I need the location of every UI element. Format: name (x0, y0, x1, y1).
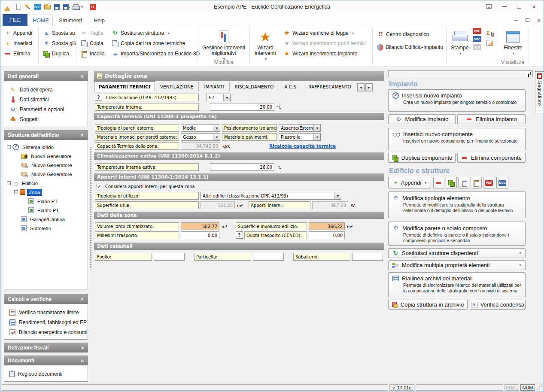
resize-grip[interactable] (536, 384, 542, 391)
bilancio-edificio-button[interactable]: Bilancio Edificio-Impianto (375, 41, 445, 54)
combo-arrow-icon[interactable] (213, 134, 220, 140)
pavimenti-combo[interactable]: Piastrelle (279, 133, 321, 141)
finestre-button[interactable]: Finestre ▼ (500, 28, 526, 56)
export-doc-icon[interactable]: DOC (473, 36, 481, 42)
tree-item-sottotetto[interactable]: Sottotetto (4, 224, 88, 233)
verifica-condensa-button[interactable]: ×Verifica condensa (470, 300, 526, 310)
wizard-interventi-button[interactable]: ★ Wizard interventi ▼ (251, 28, 280, 62)
save-as-icon[interactable] (61, 3, 70, 11)
modifica-parete-button[interactable]: ⚙Modifica parete o solaio composto Perme… (388, 222, 526, 246)
elimina-elemento-button[interactable] (433, 177, 444, 188)
sidebar-item-rendimenti[interactable]: Rendimenti, fabbisogni ed EP (4, 317, 88, 327)
help-icon[interactable]: ? (95, 94, 102, 101)
appendi-dropdown-button[interactable]: + Appendi ▼ (388, 177, 431, 188)
tab-help[interactable]: Help (89, 15, 109, 26)
tree-item-piano-pt[interactable]: Piano PT (4, 197, 88, 206)
taglia-button[interactable]: ✂Taglia (79, 28, 107, 38)
esporta-doc-button[interactable]: DOC (496, 177, 508, 188)
close-button[interactable]: × (528, 0, 541, 12)
tree-collapse-icon[interactable] (14, 190, 18, 194)
tab-ventilazione[interactable]: VENTILAZIONE (155, 82, 199, 91)
tree-collapse-icon[interactable] (7, 181, 11, 185)
sce-icon[interactable]: SCE (33, 3, 42, 11)
combo-arrow-icon[interactable] (313, 134, 320, 140)
tree-item-pianto-p1[interactable]: Pianto P1 (4, 206, 88, 215)
pin-icon[interactable] (526, 71, 531, 77)
temp-estiva-input[interactable]: 26,00 (210, 163, 274, 171)
incolla-elemento-button[interactable] (471, 177, 482, 188)
tab-file[interactable]: FILE (3, 14, 27, 26)
tipologia-pareti-combo[interactable]: Medie (181, 124, 220, 132)
sposta-giu-button[interactable]: ▼Sposta giù (41, 38, 79, 49)
ribbon-pin-button[interactable] (482, 0, 495, 12)
incolla-button[interactable]: Incolla (79, 49, 107, 59)
wizard-verifiche-button[interactable]: ★Wizard verifiche di legge▼ (281, 28, 368, 38)
inserisci-componente-button[interactable]: Inserisci nuovo componente Inserisci un … (388, 128, 526, 150)
print-icon[interactable] (71, 3, 80, 11)
inserisci-impianto-button[interactable]: Inserisci nuovo impianto Crea un nuovo i… (388, 89, 526, 112)
mdi-close-button[interactable]: × (534, 16, 544, 24)
tab-scroll-left-button[interactable]: ◀ (357, 83, 365, 91)
importa-euclide3d-button[interactable]: ☁Importa/Sincronizza da Euclide 3D (109, 49, 202, 59)
export-pdf-icon[interactable]: PDF (473, 28, 481, 34)
foglio-input[interactable] (154, 253, 185, 261)
millesimi-input[interactable]: 0,00 (181, 231, 219, 239)
stampe-button[interactable]: Stampe ▼ (448, 28, 472, 56)
intonaci-combo[interactable]: Gesso (181, 133, 220, 141)
new-document-icon[interactable] (14, 3, 23, 11)
wizard-icon[interactable] (24, 3, 32, 11)
segnalibro-tab[interactable]: Segnalibro (535, 71, 544, 113)
tab-strumenti[interactable]: Strumenti (55, 15, 86, 26)
panel-header-documenti[interactable]: Documenti « (4, 356, 88, 365)
sidebar-item-parametri[interactable]: ⚙Parametri e opzioni (4, 104, 88, 114)
sostituisci-disperdenti-button[interactable]: ↻ Sostituisci strutture disperdenti ▼ (388, 248, 526, 258)
panel-header-detrazioni[interactable]: Detrazioni fiscali « (4, 343, 88, 352)
tree-item-garage[interactable]: Garage/Cantina (4, 215, 88, 224)
tab-acs[interactable]: A.C.S. (279, 82, 303, 91)
export-xls-icon[interactable]: XLS (473, 44, 481, 50)
quota-input[interactable]: 0,00 (309, 231, 345, 239)
centro-diagnostico-button[interactable]: ƱCentro diagnostico (375, 28, 445, 41)
sidebar-item-dati-climatici[interactable]: Dati climatici (4, 94, 88, 104)
wizard-impianto-button[interactable]: ★Wizard inserimento impianto (281, 49, 368, 59)
maximize-button[interactable] (513, 0, 526, 12)
duplica-elemento-button[interactable] (446, 177, 457, 188)
tab-parametri-termici[interactable]: PARAMETRI TERMICI (94, 81, 155, 91)
subalterni-input[interactable] (352, 253, 383, 261)
sidebar-item-verifica-trasmittanze[interactable]: Verifica trasmittanze limite (4, 307, 88, 317)
tree-item-generatore-3[interactable]: Nuovo Generatore (4, 170, 88, 179)
considera-checkbox[interactable]: ✓ (97, 184, 102, 189)
panel-header-struttura[interactable]: Struttura dell'edificio « (4, 131, 88, 140)
wizard-ponti-termici-button[interactable]: ★Wizard inserimento ponti termici (281, 38, 368, 49)
tab-home[interactable]: HOME (29, 15, 53, 26)
volume-input[interactable]: 582,77 (181, 222, 219, 230)
sostituisci-strutture-button[interactable]: ↻Sostituisci strutture▼ (109, 28, 202, 38)
ricalcola-link[interactable]: Ricalcola capacità termica (269, 143, 336, 149)
chart-icon[interactable] (486, 40, 493, 46)
sidebar-splitter[interactable] (90, 147, 91, 268)
inserisci-button[interactable]: +Inserisci (2, 38, 34, 49)
tree-item-zona[interactable]: Zona (4, 188, 88, 197)
statistics-icon[interactable] (486, 30, 494, 36)
sposta-su-button[interactable]: ▲Sposta su (41, 28, 79, 38)
elimina-impianto-button[interactable]: Elimina impianto (457, 114, 526, 124)
tree-item-generatore-2[interactable]: Nuovo Generatore (4, 161, 88, 170)
tree-item-sistema-ibrido[interactable]: Sistema ibrido (4, 143, 88, 152)
riallinea-archivi-button[interactable]: Riallinea archivi dei materiali Permette… (388, 272, 526, 297)
copia-elemento-button[interactable] (458, 177, 469, 188)
copia-button[interactable]: Copia (79, 38, 107, 49)
combo-arrow-icon[interactable] (334, 192, 341, 199)
tab-impianti[interactable]: IMPIANTI (199, 82, 229, 91)
modifica-tipologia-button[interactable]: ⚙Modifica tipologia elemento Permette di… (388, 191, 526, 218)
posizionamento-combo[interactable]: Assente/Esterno (279, 124, 321, 132)
help-icon[interactable]: ? (236, 231, 243, 239)
panel-header-calcoli[interactable]: Calcoli e verifiche « (4, 295, 88, 304)
classificazione-combo[interactable]: E2 (207, 94, 231, 101)
tab-raffrescamento[interactable]: RAFFRESCAMENTO (303, 82, 356, 91)
mdi-minimize-button[interactable] (511, 16, 521, 24)
print-dropdown-icon[interactable]: ▼ (79, 3, 84, 11)
tipologia-utilizzo-combo[interactable]: Altri edifici (classificazione DPR 412/9… (201, 192, 341, 200)
panel-header-dati-generali[interactable]: Dati generali « (4, 72, 88, 81)
combo-arrow-icon[interactable] (223, 94, 230, 101)
duplica-componente-button[interactable]: Duplica componente (388, 153, 456, 163)
